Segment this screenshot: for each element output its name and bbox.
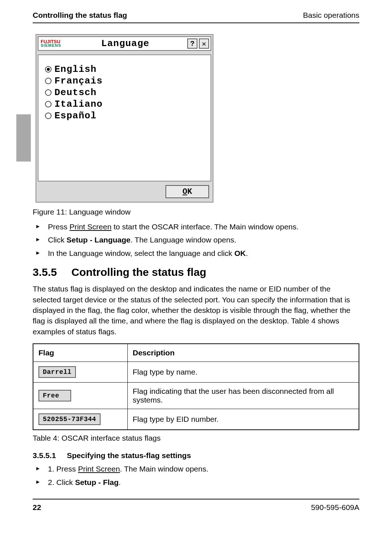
dialog-title: Language [64, 38, 187, 49]
option-label: English [54, 64, 97, 75]
option-label: Deutsch [54, 87, 97, 98]
flag-box: 520255-73F344 [38, 413, 101, 425]
step-item: 1. Press Print Screen. The Main window o… [33, 464, 359, 474]
radio-icon [45, 101, 52, 107]
table-row: Free Flag indicating that the user has b… [33, 383, 359, 409]
option-label: Français [54, 76, 103, 86]
dialog-body: English Français Deutsch Italiano Españo… [38, 54, 211, 181]
option-label: Italiano [54, 99, 103, 110]
col-header-flag: Flag [33, 344, 127, 362]
ok-button[interactable]: OK [166, 185, 209, 198]
table-header-row: Flag Description [33, 344, 359, 362]
lang-option-francais[interactable]: Français [45, 76, 204, 86]
close-button[interactable]: ✕ [199, 38, 209, 49]
lang-option-deutsch[interactable]: Deutsch [45, 87, 204, 98]
doc-number: 590-595-609A [311, 503, 359, 512]
step-item: Click Setup - Language. The Language win… [33, 234, 359, 245]
flag-description: Flag indicating that the user has been d… [127, 383, 359, 409]
table-caption: Table 4: OSCAR interface status flags [33, 434, 359, 442]
header-chapter-title: Basic operations [303, 11, 359, 20]
table-row: 520255-73F344 Flag type by EID number. [33, 409, 359, 430]
table-row: Darrell Flag type by name. [33, 362, 359, 383]
radio-icon [45, 78, 52, 84]
status-flag-table: Flag Description Darrell Flag type by na… [33, 343, 359, 430]
section-heading: 3.5.5 Controlling the status flag [33, 266, 359, 278]
subsection-title: Specifying the status-flag settings [67, 451, 191, 460]
radio-icon [45, 66, 52, 73]
step-item: In the Language window, select the langu… [33, 248, 359, 259]
lang-option-english[interactable]: English [45, 64, 204, 75]
flag-box: Free [38, 390, 71, 401]
page-number: 22 [33, 503, 41, 512]
radio-icon [45, 89, 52, 96]
radio-icon [45, 113, 52, 119]
lang-option-espanol[interactable]: Español [45, 110, 204, 121]
help-button[interactable]: ? [187, 38, 197, 49]
lang-option-italiano[interactable]: Italiano [45, 99, 204, 110]
steps-list: 1. Press Print Screen. The Main window o… [33, 464, 359, 488]
steps-list: Press Print Screen to start the OSCAR in… [33, 221, 359, 259]
language-dialog: FUJITSU SIEMENS Language ? ✕ English Fra… [36, 34, 213, 203]
dialog-titlebar: FUJITSU SIEMENS Language ? ✕ [38, 36, 211, 51]
section-number: 3.5.5 [33, 266, 57, 278]
footer-rule [33, 499, 359, 499]
page-footer: 22 590-595-609A [33, 503, 359, 512]
fujitsu-siemens-logo: FUJITSU SIEMENS [38, 40, 64, 47]
thumb-index-tab [16, 114, 31, 162]
section-title: Controlling the status flag [72, 266, 207, 278]
step-item: 2. Click Setup - Flag. [33, 477, 359, 488]
header-section-title: Controlling the status flag [33, 11, 127, 20]
option-label: Español [54, 110, 97, 121]
page-header: Controlling the status flag Basic operat… [33, 11, 359, 23]
figure-caption: Figure 11: Language window [33, 208, 359, 216]
header-rule [33, 23, 359, 23]
subsection-heading: 3.5.5.1 Specifying the status-flag setti… [33, 451, 359, 460]
flag-description: Flag type by name. [127, 362, 359, 383]
flag-box: Darrell [38, 366, 76, 378]
section-paragraph: The status flag is displayed on the desk… [33, 283, 359, 337]
col-header-description: Description [127, 344, 359, 362]
step-item: Press Print Screen to start the OSCAR in… [33, 221, 359, 232]
flag-description: Flag type by EID number. [127, 409, 359, 430]
subsection-number: 3.5.5.1 [33, 451, 56, 460]
